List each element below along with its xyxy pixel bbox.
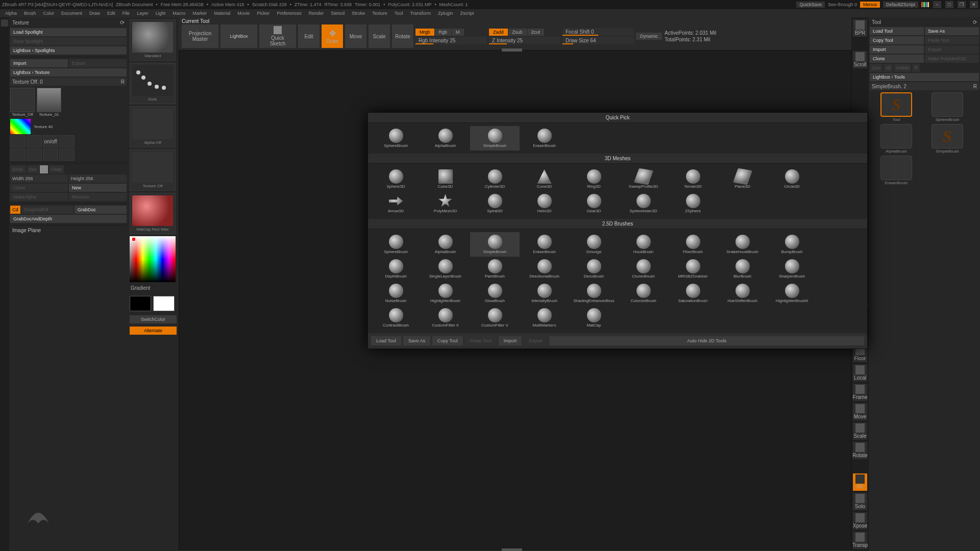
picker-customfilter-v[interactable]: CustomFilter V <box>470 306 520 330</box>
alpha-selector[interactable]: Alpha Off <box>130 106 176 147</box>
import-tool-button[interactable]: Import <box>870 45 924 54</box>
width-slider[interactable]: Width 256 <box>10 174 68 183</box>
menu-texture[interactable]: Texture <box>369 10 390 16</box>
material-selector[interactable]: MatCap Red Wax <box>130 193 176 234</box>
picker-customfilter-ii[interactable]: CustomFilter II <box>421 306 470 330</box>
load-spotlight-button[interactable]: Load Spotlight <box>10 28 127 36</box>
color-swatch[interactable] <box>10 119 31 134</box>
picker-sphere3d[interactable]: Sphere3D <box>371 167 421 191</box>
picker-singlelayerbrush[interactable]: SingleLayerBrush <box>421 257 470 281</box>
gradient-label[interactable]: Gradient <box>130 284 177 292</box>
default-script[interactable]: DefaultZScript <box>883 2 918 8</box>
grab-doc-depth-button[interactable]: GrabDocAndDepth <box>10 215 127 223</box>
minibox-1[interactable] <box>10 135 26 147</box>
picker-blurbrush[interactable]: BlurBrush <box>718 257 767 281</box>
menu-brush[interactable]: Brush <box>21 10 39 16</box>
import-button[interactable]: Import <box>10 59 68 67</box>
onoff-toggle[interactable]: on/off <box>43 135 58 147</box>
menu-marker[interactable]: Marker <box>189 10 210 16</box>
texture-off-slider[interactable]: Texture Off. 0 R <box>10 78 127 86</box>
tool-item-spherebrush[interactable]: SphereBrush <box>923 92 972 122</box>
picker-sweepprofile3d[interactable]: SweepProfile3D <box>619 167 668 191</box>
picker-highlighterbrush[interactable]: HighlighterBrush <box>421 281 470 306</box>
main-color-swatch[interactable] <box>130 296 151 311</box>
picker-terrain3d[interactable]: Terrain3D <box>668 167 718 191</box>
lightbox-texture-button[interactable]: Lightbox › Texture <box>10 68 127 77</box>
clear-button[interactable]: Clear <box>49 165 64 173</box>
picker-helix3d[interactable]: Helix3D <box>520 191 569 216</box>
restore-button[interactable]: ❐ <box>958 1 966 8</box>
menu-macro[interactable]: Macro <box>169 10 188 16</box>
picker-paintbrush[interactable]: PaintBrush <box>470 257 520 281</box>
canvas-top-handle[interactable] <box>502 48 522 52</box>
picker-shadingenhancerbrus[interactable]: ShadingEnhancerBrus <box>569 281 619 306</box>
stroke-selector[interactable]: Dots <box>130 63 176 104</box>
canvas-bottom-handle[interactable] <box>502 548 522 551</box>
picker-alphabrush[interactable]: AlphaBrush <box>421 232 470 257</box>
menu-light[interactable]: Light <box>153 10 169 16</box>
move-tool-button[interactable]: Move <box>853 403 867 420</box>
scale-button[interactable]: Scale <box>369 24 390 48</box>
picker-simplebrush[interactable]: SimpleBrush <box>470 232 520 257</box>
draw-size-slider[interactable]: Draw Size 64 <box>562 37 634 44</box>
xpose-button[interactable]: Xpose <box>853 512 867 530</box>
tool-item-eraserbrush[interactable]: EraserBrush <box>872 156 921 185</box>
picker-sphereinder3d[interactable]: Sphereinder3D <box>619 191 668 216</box>
color-picker[interactable] <box>130 236 176 282</box>
image-plane-header[interactable]: Image Plane <box>10 227 127 234</box>
picker-multimarkers[interactable]: MultiMarkers <box>520 306 569 330</box>
maximize-button[interactable]: □ <box>945 1 953 8</box>
picker-eraserbrush[interactable]: EraserBrush <box>520 232 569 257</box>
picker-glowbrush[interactable]: GlowBrush <box>470 281 520 306</box>
projection-master-button[interactable]: Projection Master <box>182 24 218 48</box>
menu-movie[interactable]: Movie <box>234 10 253 16</box>
menu-stroke[interactable]: Stroke <box>349 10 368 16</box>
tool-item-simplebrush[interactable]: SSimpleBrush <box>923 124 972 154</box>
texture-01-swatch[interactable] <box>37 88 61 112</box>
local-button[interactable]: Local <box>853 364 867 382</box>
picker-alphabrush[interactable]: AlphaBrush <box>421 126 470 151</box>
popup-load-tool-button[interactable]: Load Tool <box>371 336 401 345</box>
minimize-button[interactable]: − <box>933 1 941 8</box>
picker-noisebrush[interactable]: NoiseBrush <box>371 281 421 306</box>
menu-zplugin[interactable]: Zplugin <box>435 10 456 16</box>
z-intensity-slider[interactable]: Z Intensity 25 <box>489 37 560 44</box>
load-tool-button[interactable]: Load Tool <box>870 27 924 35</box>
menu-render[interactable]: Render <box>306 10 327 16</box>
zsub-button[interactable]: Zsub <box>508 29 527 36</box>
minibox-6[interactable] <box>27 148 42 161</box>
sec-button[interactable]: Sec <box>27 165 39 173</box>
menu-transform[interactable]: Transform <box>407 10 434 16</box>
menus-button[interactable]: Menus <box>860 2 880 8</box>
brush-selector[interactable]: Standard <box>130 19 176 61</box>
menu-stencil[interactable]: Stencil <box>328 10 348 16</box>
solo-button[interactable]: Solo <box>853 493 867 510</box>
minibox-5[interactable] <box>10 148 26 161</box>
picker-highlighterbrushii[interactable]: HighlighterBrushII <box>767 281 817 306</box>
minibox-2[interactable] <box>27 135 42 147</box>
picker-snakehookbrush[interactable]: SnakeHookBrush <box>718 232 767 257</box>
minibox-4[interactable] <box>59 135 75 147</box>
lightbox-tools-button[interactable]: Lightbox › Tools <box>870 73 979 81</box>
picker-bumpbrush[interactable]: BumpBrush <box>767 232 817 257</box>
menu-tool[interactable]: Tool <box>391 10 406 16</box>
gutter-icon[interactable] <box>1 19 8 27</box>
menu-layer[interactable]: Layer <box>134 10 152 16</box>
rgb-intensity-slider[interactable]: Rgb Intensity 25 <box>415 37 487 44</box>
minibox-8[interactable] <box>59 148 75 161</box>
focal-shift-slider[interactable]: Focal Shift 0 <box>562 28 634 36</box>
menu-draw[interactable]: Draw <box>86 10 103 16</box>
mrgb-button[interactable]: Mrgb <box>415 29 435 36</box>
secondary-color-swatch[interactable] <box>153 296 175 311</box>
picker-cone3d[interactable]: Cone3D <box>520 167 569 191</box>
minibox-7[interactable] <box>43 148 58 161</box>
dynamic-button[interactable]: Dynamic <box>636 33 663 40</box>
popup-import-button[interactable]: Import <box>499 336 522 345</box>
grab-doc-button[interactable]: GrabDoc <box>75 206 127 214</box>
menu-edit[interactable]: Edit <box>104 10 118 16</box>
picker-matcap[interactable]: MatCap <box>569 306 619 330</box>
frame-button[interactable]: Frame <box>853 384 867 401</box>
panel-close-icon[interactable]: ⟳ <box>120 19 125 26</box>
auto-hide-button[interactable]: Auto Hide 2D Tools <box>549 336 864 345</box>
scroll-button[interactable]: Scroll <box>853 51 867 68</box>
